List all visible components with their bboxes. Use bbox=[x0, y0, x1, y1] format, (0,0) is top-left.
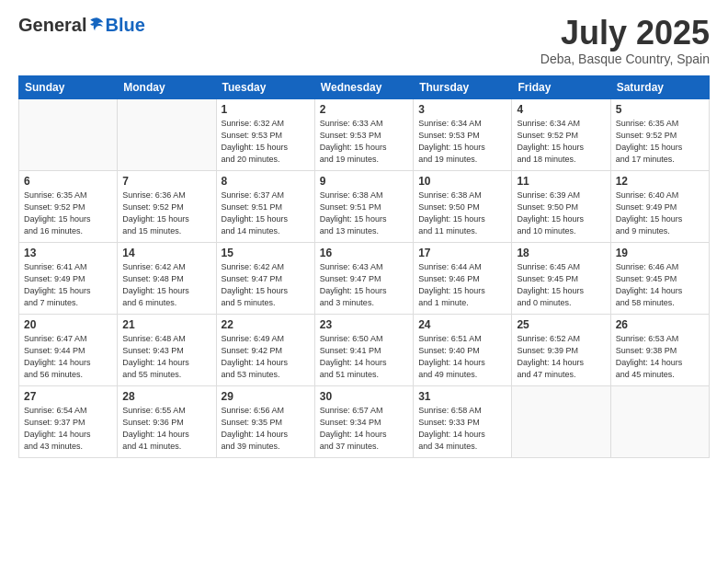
location-subtitle: Deba, Basque Country, Spain bbox=[540, 52, 710, 66]
day-number: 15 bbox=[222, 247, 310, 259]
calendar-cell: 22Sunrise: 6:49 AM Sunset: 9:42 PM Dayli… bbox=[216, 314, 314, 385]
day-number: 31 bbox=[418, 390, 506, 403]
calendar-cell: 26Sunrise: 6:53 AM Sunset: 9:38 PM Dayli… bbox=[610, 314, 709, 385]
calendar-cell: 29Sunrise: 6:56 AM Sunset: 9:35 PM Dayli… bbox=[216, 385, 314, 457]
calendar-cell bbox=[512, 385, 610, 457]
calendar-cell: 16Sunrise: 6:43 AM Sunset: 9:47 PM Dayli… bbox=[314, 242, 413, 314]
day-info: Sunrise: 6:42 AM Sunset: 9:48 PM Dayligh… bbox=[122, 261, 210, 309]
day-info: Sunrise: 6:42 AM Sunset: 9:47 PM Dayligh… bbox=[222, 261, 310, 309]
day-info: Sunrise: 6:54 AM Sunset: 9:37 PM Dayligh… bbox=[24, 405, 112, 453]
day-number: 22 bbox=[222, 318, 310, 331]
day-number: 2 bbox=[320, 103, 408, 116]
calendar-cell bbox=[19, 98, 118, 170]
day-number: 13 bbox=[24, 247, 112, 259]
day-info: Sunrise: 6:53 AM Sunset: 9:38 PM Dayligh… bbox=[616, 333, 704, 381]
day-info: Sunrise: 6:57 AM Sunset: 9:34 PM Dayligh… bbox=[320, 405, 408, 453]
calendar-cell: 8Sunrise: 6:37 AM Sunset: 9:51 PM Daylig… bbox=[216, 170, 314, 242]
calendar-cell: 3Sunrise: 6:34 AM Sunset: 9:53 PM Daylig… bbox=[414, 98, 512, 170]
calendar-header: SundayMondayTuesdayWednesdayThursdayFrid… bbox=[19, 75, 710, 98]
title-block: July 2025 Deba, Basque Country, Spain bbox=[540, 15, 710, 66]
day-info: Sunrise: 6:33 AM Sunset: 9:53 PM Dayligh… bbox=[320, 118, 408, 166]
calendar-cell bbox=[118, 98, 216, 170]
calendar-cell: 7Sunrise: 6:36 AM Sunset: 9:52 PM Daylig… bbox=[118, 170, 216, 242]
calendar-cell: 17Sunrise: 6:44 AM Sunset: 9:46 PM Dayli… bbox=[414, 242, 512, 314]
day-number: 19 bbox=[616, 247, 704, 259]
day-info: Sunrise: 6:35 AM Sunset: 9:52 PM Dayligh… bbox=[24, 190, 112, 237]
logo-bird-icon bbox=[88, 16, 105, 32]
day-info: Sunrise: 6:44 AM Sunset: 9:46 PM Dayligh… bbox=[418, 261, 506, 309]
day-info: Sunrise: 6:34 AM Sunset: 9:53 PM Dayligh… bbox=[418, 118, 506, 166]
calendar-cell: 14Sunrise: 6:42 AM Sunset: 9:48 PM Dayli… bbox=[118, 242, 216, 314]
day-number: 26 bbox=[616, 318, 704, 331]
day-number: 3 bbox=[418, 103, 506, 116]
calendar-body: 1Sunrise: 6:32 AM Sunset: 9:53 PM Daylig… bbox=[19, 98, 710, 457]
day-number: 21 bbox=[122, 318, 210, 331]
page: General Blue July 2025 Deba, Basque Coun… bbox=[0, 0, 728, 563]
day-number: 11 bbox=[517, 175, 605, 188]
weekday-header-sunday: Sunday bbox=[19, 75, 118, 98]
day-info: Sunrise: 6:56 AM Sunset: 9:35 PM Dayligh… bbox=[222, 405, 310, 453]
day-info: Sunrise: 6:55 AM Sunset: 9:36 PM Dayligh… bbox=[122, 405, 210, 453]
calendar-cell: 27Sunrise: 6:54 AM Sunset: 9:37 PM Dayli… bbox=[19, 385, 118, 457]
calendar-week-1: 6Sunrise: 6:35 AM Sunset: 9:52 PM Daylig… bbox=[19, 170, 710, 242]
calendar-cell: 15Sunrise: 6:42 AM Sunset: 9:47 PM Dayli… bbox=[216, 242, 314, 314]
calendar-cell: 20Sunrise: 6:47 AM Sunset: 9:44 PM Dayli… bbox=[19, 314, 118, 385]
calendar-week-2: 13Sunrise: 6:41 AM Sunset: 9:49 PM Dayli… bbox=[19, 242, 710, 314]
calendar-cell: 19Sunrise: 6:46 AM Sunset: 9:45 PM Dayli… bbox=[610, 242, 709, 314]
day-info: Sunrise: 6:35 AM Sunset: 9:52 PM Dayligh… bbox=[616, 118, 704, 166]
weekday-header-wednesday: Wednesday bbox=[314, 75, 413, 98]
day-number: 5 bbox=[616, 103, 704, 116]
day-number: 27 bbox=[24, 390, 112, 403]
calendar-cell: 24Sunrise: 6:51 AM Sunset: 9:40 PM Dayli… bbox=[414, 314, 512, 385]
day-info: Sunrise: 6:38 AM Sunset: 9:50 PM Dayligh… bbox=[418, 190, 506, 237]
header: General Blue July 2025 Deba, Basque Coun… bbox=[18, 15, 710, 66]
weekday-row: SundayMondayTuesdayWednesdayThursdayFrid… bbox=[19, 75, 710, 98]
calendar-cell: 12Sunrise: 6:40 AM Sunset: 9:49 PM Dayli… bbox=[610, 170, 709, 242]
day-number: 4 bbox=[517, 103, 605, 116]
weekday-header-monday: Monday bbox=[118, 75, 216, 98]
calendar-cell: 18Sunrise: 6:45 AM Sunset: 9:45 PM Dayli… bbox=[512, 242, 610, 314]
weekday-header-friday: Friday bbox=[512, 75, 610, 98]
day-number: 12 bbox=[616, 175, 704, 188]
calendar-cell: 10Sunrise: 6:38 AM Sunset: 9:50 PM Dayli… bbox=[414, 170, 512, 242]
day-number: 16 bbox=[320, 247, 408, 259]
day-info: Sunrise: 6:41 AM Sunset: 9:49 PM Dayligh… bbox=[24, 261, 112, 309]
calendar-cell: 4Sunrise: 6:34 AM Sunset: 9:52 PM Daylig… bbox=[512, 98, 610, 170]
logo-blue-text: Blue bbox=[105, 15, 144, 36]
calendar-cell: 5Sunrise: 6:35 AM Sunset: 9:52 PM Daylig… bbox=[610, 98, 709, 170]
calendar-cell: 1Sunrise: 6:32 AM Sunset: 9:53 PM Daylig… bbox=[216, 98, 314, 170]
day-info: Sunrise: 6:49 AM Sunset: 9:42 PM Dayligh… bbox=[222, 333, 310, 381]
day-number: 8 bbox=[222, 175, 310, 188]
day-number: 30 bbox=[320, 390, 408, 403]
day-info: Sunrise: 6:46 AM Sunset: 9:45 PM Dayligh… bbox=[616, 261, 704, 309]
day-number: 18 bbox=[517, 247, 605, 259]
calendar-cell: 30Sunrise: 6:57 AM Sunset: 9:34 PM Dayli… bbox=[314, 385, 413, 457]
calendar-cell: 13Sunrise: 6:41 AM Sunset: 9:49 PM Dayli… bbox=[19, 242, 118, 314]
day-number: 25 bbox=[517, 318, 605, 331]
day-number: 20 bbox=[24, 318, 112, 331]
day-number: 17 bbox=[418, 247, 506, 259]
calendar-cell: 23Sunrise: 6:50 AM Sunset: 9:41 PM Dayli… bbox=[314, 314, 413, 385]
day-number: 10 bbox=[418, 175, 506, 188]
day-info: Sunrise: 6:58 AM Sunset: 9:33 PM Dayligh… bbox=[418, 405, 506, 453]
day-info: Sunrise: 6:34 AM Sunset: 9:52 PM Dayligh… bbox=[517, 118, 605, 166]
weekday-header-tuesday: Tuesday bbox=[216, 75, 314, 98]
logo-general-text: General bbox=[18, 15, 86, 36]
calendar-cell: 11Sunrise: 6:39 AM Sunset: 9:50 PM Dayli… bbox=[512, 170, 610, 242]
day-number: 24 bbox=[418, 318, 506, 331]
weekday-header-saturday: Saturday bbox=[610, 75, 709, 98]
day-number: 9 bbox=[320, 175, 408, 188]
calendar-cell: 31Sunrise: 6:58 AM Sunset: 9:33 PM Dayli… bbox=[414, 385, 512, 457]
day-info: Sunrise: 6:50 AM Sunset: 9:41 PM Dayligh… bbox=[320, 333, 408, 381]
calendar-cell: 2Sunrise: 6:33 AM Sunset: 9:53 PM Daylig… bbox=[314, 98, 413, 170]
day-info: Sunrise: 6:48 AM Sunset: 9:43 PM Dayligh… bbox=[122, 333, 210, 381]
day-info: Sunrise: 6:38 AM Sunset: 9:51 PM Dayligh… bbox=[320, 190, 408, 237]
day-info: Sunrise: 6:52 AM Sunset: 9:39 PM Dayligh… bbox=[517, 333, 605, 381]
day-info: Sunrise: 6:36 AM Sunset: 9:52 PM Dayligh… bbox=[122, 190, 210, 237]
day-info: Sunrise: 6:39 AM Sunset: 9:50 PM Dayligh… bbox=[517, 190, 605, 237]
calendar-cell bbox=[610, 385, 709, 457]
calendar-week-4: 27Sunrise: 6:54 AM Sunset: 9:37 PM Dayli… bbox=[19, 385, 710, 457]
weekday-header-thursday: Thursday bbox=[414, 75, 512, 98]
day-number: 28 bbox=[122, 390, 210, 403]
calendar-table: SundayMondayTuesdayWednesdayThursdayFrid… bbox=[18, 75, 710, 458]
